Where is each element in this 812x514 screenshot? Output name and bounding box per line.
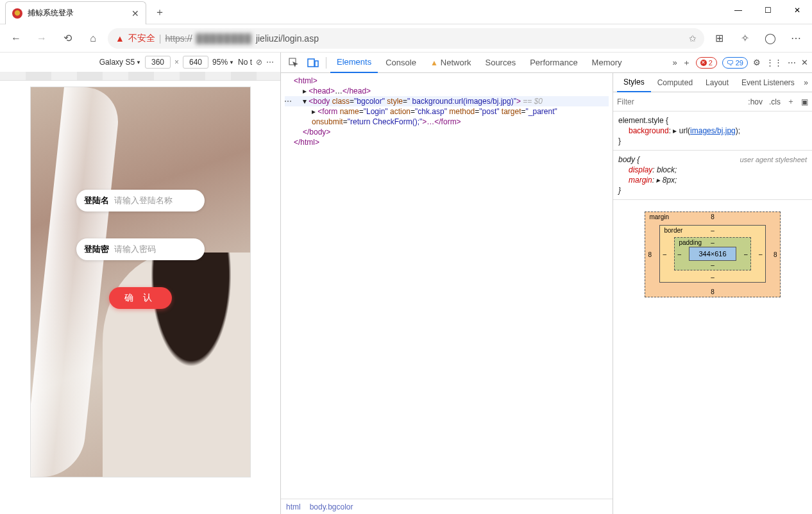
address-bar: ← → ⟲ ⌂ ▲ 不安全 | https:// ████████ jieliu… (0, 24, 812, 53)
url-protocol: https:// (165, 33, 192, 44)
elements-panel: <html> ▸ <head>…</head> ⋯▾ <body class="… (281, 73, 613, 514)
styles-tabbar: Styles Computed Layout Event Listeners » (613, 73, 812, 92)
forward-button[interactable]: → (31, 28, 53, 49)
breadcrumb: html body.bgcolor (281, 499, 613, 514)
style-rule-element[interactable]: element.style { background: ▸ url(images… (613, 112, 812, 151)
styles-more-icon[interactable]: » (804, 78, 808, 87)
warning-icon: ▲ (430, 58, 438, 67)
dom-node[interactable]: <html> (294, 76, 317, 85)
device-menu-icon[interactable]: ⋯ (266, 58, 274, 67)
confirm-button[interactable]: 确 认 (109, 287, 172, 309)
throttle-select[interactable]: No t (238, 58, 252, 67)
rotate-icon[interactable]: ⊘ (256, 58, 262, 67)
dom-node[interactable]: ▸ <form name="Login" action="chk.asp" me… (285, 106, 609, 117)
profile-button[interactable]: ◯ (759, 28, 781, 49)
devtools-close-icon[interactable]: ✕ (801, 58, 808, 67)
url-input[interactable]: ▲ 不安全 | https:// ████████ jieliuzi/login… (108, 28, 704, 49)
login-name-label: 登陆名 (84, 195, 109, 206)
tab-sources[interactable]: Sources (478, 53, 522, 73)
home-button[interactable]: ⌂ (82, 28, 104, 49)
window-minimize-button[interactable]: — (723, 0, 753, 21)
login-name-field[interactable]: 登陆名 请输入登陆名称 (76, 190, 205, 211)
ruler (0, 72, 280, 81)
window-titlebar: 捕鲸系统登录 ✕ ＋ — ☐ ✕ (0, 0, 812, 24)
dimension-x: × (174, 58, 179, 67)
svg-rect-2 (315, 61, 318, 67)
login-pass-label: 登陆密 (84, 244, 109, 255)
tab-elements[interactable]: Elements (330, 53, 378, 73)
extensions-button[interactable]: ⊞ (708, 28, 730, 49)
dom-node-selected[interactable]: ⋯▾ <body class="bgcolor" style=" backgro… (285, 96, 609, 106)
tab-computed[interactable]: Computed (651, 73, 699, 92)
insecure-label: 不安全 (128, 33, 155, 44)
box-border[interactable]: border –––– padding –––– 344×616 (659, 225, 765, 283)
box-content[interactable]: 344×616 (689, 247, 736, 261)
device-width-input[interactable]: 360 (145, 56, 171, 69)
tab-memory[interactable]: Memory (586, 53, 629, 73)
svg-rect-1 (308, 59, 314, 67)
url-host-blurred: ████████ (196, 33, 252, 44)
dom-node[interactable]: onsubmit="return CheckForm();">…</form> (285, 117, 609, 127)
favicon-icon (12, 8, 22, 19)
warning-icon: ▲ (115, 33, 124, 44)
login-pass-placeholder: 请输入密码 (114, 244, 156, 255)
more-tabs-icon[interactable]: » (672, 58, 677, 67)
dom-tree[interactable]: <html> ▸ <head>…</head> ⋯▾ <body class="… (281, 73, 613, 499)
add-tab-icon[interactable]: ＋ (682, 57, 691, 69)
tab-console[interactable]: Console (379, 53, 423, 73)
dom-node[interactable]: ▸ <head>…</head> (285, 86, 609, 96)
dom-node[interactable]: </body> (303, 128, 330, 137)
box-model: margin 8888 border –––– padding –––– 344… (613, 200, 812, 514)
menu-button[interactable]: ⋯ (785, 28, 807, 49)
window-close-button[interactable]: ✕ (782, 0, 812, 21)
device-viewport-pane: Galaxy S5▼ 360 × 640 95%▼ No t ⊘ ⋯ 登陆名 请… (0, 53, 281, 514)
devtools-tabbar: Elements Console ▲Network Sources Perfor… (281, 53, 812, 73)
tab-event-listeners[interactable]: Event Listeners (735, 73, 801, 92)
crumb-html[interactable]: html (286, 502, 301, 511)
inspect-icon[interactable] (285, 54, 303, 72)
browser-tab[interactable]: 捕鲸系统登录 ✕ (5, 1, 146, 24)
tab-layout[interactable]: Layout (699, 73, 735, 92)
tab-title: 捕鲸系统登录 (28, 8, 126, 19)
tab-performance[interactable]: Performance (523, 53, 584, 73)
login-pass-field[interactable]: 登陆密 请输入密码 (76, 238, 205, 260)
collections-button[interactable]: ✧ (734, 28, 756, 49)
rendered-page: 登陆名 请输入登陆名称 登陆密 请输入密码 确 认 (31, 87, 250, 477)
favorite-icon[interactable]: ✩ (689, 33, 697, 44)
cls-toggle[interactable]: .cls (769, 97, 781, 106)
dom-node[interactable]: </html> (294, 138, 319, 147)
close-icon[interactable]: ✕ (131, 8, 139, 19)
back-button[interactable]: ← (5, 28, 27, 49)
style-rule-useragent[interactable]: body {user agent stylesheet display: blo… (613, 151, 812, 200)
box-margin[interactable]: margin 8888 border –––– padding –––– 344… (645, 211, 780, 297)
box-padding[interactable]: padding –––– 344×616 (674, 237, 750, 270)
toggle-sidebar-icon[interactable]: ▣ (801, 97, 808, 106)
zoom-select[interactable]: 95%▼ (212, 58, 234, 67)
error-count-badge[interactable]: ✕2 (696, 57, 717, 69)
device-canvas: 登陆名 请输入登陆名称 登陆密 请输入密码 确 认 (0, 72, 280, 514)
window-maximize-button[interactable]: ☐ (753, 0, 782, 21)
styles-filter-row: :hov .cls ＋ ▣ (613, 92, 812, 112)
tab-styles[interactable]: Styles (617, 73, 651, 92)
url-path: jieliuzi/login.asp (256, 33, 319, 44)
devtools-menu-icon[interactable]: ⋯ (788, 58, 796, 67)
new-tab-button[interactable]: ＋ (150, 3, 169, 22)
device-toolbar: Galaxy S5▼ 360 × 640 95%▼ No t ⊘ ⋯ (0, 53, 280, 72)
url-separator: | (159, 33, 162, 44)
reload-button[interactable]: ⟲ (56, 28, 78, 49)
issue-count-badge[interactable]: 🗨29 (722, 57, 748, 69)
dock-icon[interactable]: ⋮⋮ (766, 58, 782, 67)
login-name-placeholder: 请输入登陆名称 (114, 195, 173, 206)
device-height-input[interactable]: 640 (183, 56, 208, 69)
device-toggle-icon[interactable] (304, 54, 322, 72)
new-style-icon[interactable]: ＋ (787, 96, 795, 107)
device-select[interactable]: Galaxy S5▼ (99, 58, 141, 67)
crumb-body[interactable]: body.bgcolor (310, 502, 353, 511)
devtools-panel: Elements Console ▲Network Sources Perfor… (281, 53, 812, 514)
styles-pane: Styles Computed Layout Event Listeners »… (613, 73, 812, 514)
tab-network[interactable]: ▲Network (424, 53, 478, 73)
settings-icon[interactable]: ⚙ (753, 58, 761, 67)
styles-filter-input[interactable] (617, 97, 741, 106)
hov-toggle[interactable]: :hov (748, 97, 763, 106)
